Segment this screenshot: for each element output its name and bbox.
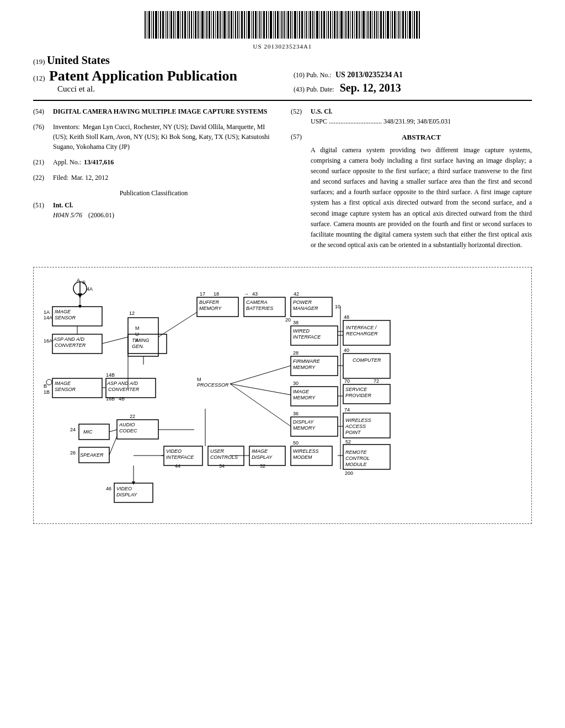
svg-text:1B: 1B <box>44 389 50 395</box>
svg-text:CONVERTER: CONVERTER <box>55 342 86 348</box>
patent-number-display: US 20130235234A1 <box>33 43 532 50</box>
abstract-text: A digital camera system providing two di… <box>311 145 532 251</box>
svg-text:18: 18 <box>214 291 219 297</box>
svg-rect-92 <box>348 11 349 39</box>
svg-text:SENSOR: SENSOR <box>55 315 76 320</box>
svg-text:1A: 1A <box>44 309 50 315</box>
svg-text:34: 34 <box>219 463 225 469</box>
svg-rect-78 <box>316 11 318 39</box>
pub-class-title: Publication Classification <box>33 188 274 198</box>
svg-rect-24 <box>198 11 199 39</box>
svg-text:74: 74 <box>344 407 350 413</box>
diagram-area: A IMAGE SENSOR 1A 14A ASP AND A/D CONVER… <box>33 267 532 524</box>
svg-rect-26 <box>201 11 204 39</box>
inventors-content: Inventors: Megan Lyn Cucci, Rochester, N… <box>53 122 274 152</box>
svg-rect-108 <box>383 11 384 39</box>
svg-text:AUDIO: AUDIO <box>119 422 135 427</box>
svg-rect-85 <box>332 11 333 39</box>
svg-rect-40 <box>233 11 234 39</box>
svg-rect-122 <box>414 11 415 39</box>
svg-rect-100 <box>366 11 366 39</box>
svg-rect-73 <box>306 11 307 39</box>
svg-text:SPEAKER: SPEAKER <box>80 452 104 458</box>
svg-text:FIRMWARE: FIRMWARE <box>293 358 321 364</box>
appl-num: (21) <box>33 157 49 167</box>
svg-rect-7 <box>160 11 161 39</box>
svg-rect-107 <box>380 11 382 39</box>
svg-text:26: 26 <box>70 450 76 456</box>
svg-line-246 <box>158 312 197 337</box>
svg-text:→: → <box>244 291 249 297</box>
abstract-num: (57) <box>291 132 306 250</box>
int-cl-label: Int. Cl. <box>53 200 274 210</box>
svg-text:42: 42 <box>294 291 299 297</box>
svg-rect-106 <box>379 11 379 39</box>
svg-line-253 <box>230 384 291 426</box>
svg-rect-59 <box>275 11 276 39</box>
inventors-list: Megan Lyn Cucci, Rochester, NY (US); Dav… <box>53 123 270 151</box>
svg-rect-4 <box>153 11 154 39</box>
svg-text:22: 22 <box>130 414 135 419</box>
svg-text:S: S <box>82 280 86 285</box>
svg-rect-70 <box>299 11 300 39</box>
pub-no-row: (10) Pub. No.: US 2013/0235234 A1 <box>294 71 532 79</box>
appl-section: (21) Appl. No.: 13/417,616 <box>33 157 274 167</box>
svg-rect-34 <box>220 11 221 39</box>
svg-text:43: 43 <box>252 291 258 297</box>
svg-rect-93 <box>350 11 351 39</box>
svg-rect-110 <box>387 11 389 39</box>
svg-text:24: 24 <box>70 427 76 432</box>
svg-text:MEMORY: MEMORY <box>293 395 316 400</box>
pub-date-value: Sep. 12, 2013 <box>340 82 401 94</box>
svg-rect-5 <box>155 11 157 39</box>
svg-rect-120 <box>409 11 411 39</box>
uspc-value: USPC ................................ 34… <box>311 116 532 126</box>
svg-rect-35 <box>222 11 222 39</box>
svg-rect-84 <box>330 11 331 39</box>
svg-rect-88 <box>339 11 339 39</box>
appl-value: 13/417,616 <box>84 158 114 166</box>
svg-text:50: 50 <box>293 440 299 446</box>
svg-text:72: 72 <box>374 378 379 384</box>
inventors-num: (76) <box>33 122 49 152</box>
svg-text:IMAGE: IMAGE <box>55 381 71 386</box>
svg-text:CONTROL: CONTROL <box>345 456 370 461</box>
svg-rect-114 <box>397 11 397 39</box>
inventors-label: Inventors: <box>53 123 80 131</box>
svg-text:MEMORY: MEMORY <box>199 306 222 311</box>
title-section: (54) DIGITAL CAMERA HAVING MULTIPLE IMAG… <box>33 106 274 116</box>
svg-text:20: 20 <box>285 317 291 323</box>
svg-text:28: 28 <box>293 350 299 356</box>
svg-text:POINT: POINT <box>345 430 361 435</box>
svg-text:ASP AND A/D: ASP AND A/D <box>106 381 138 386</box>
svg-rect-43 <box>239 11 240 39</box>
svg-rect-11 <box>169 11 169 39</box>
svg-rect-105 <box>376 11 377 39</box>
svg-rect-104 <box>374 11 375 39</box>
svg-rect-94 <box>352 11 353 39</box>
svg-rect-116 <box>401 11 401 39</box>
svg-rect-82 <box>326 11 327 39</box>
inventors-line: Cucci et al. <box>57 84 271 94</box>
svg-text:MEMORY: MEMORY <box>293 365 316 370</box>
svg-rect-33 <box>217 11 218 39</box>
svg-text:MODULE: MODULE <box>345 462 367 467</box>
svg-rect-98 <box>361 11 361 39</box>
svg-rect-52 <box>259 11 260 39</box>
svg-rect-16 <box>180 11 181 39</box>
svg-rect-69 <box>297 11 298 39</box>
svg-text:CONVERTER: CONVERTER <box>108 387 140 392</box>
title-num: (54) <box>33 106 49 116</box>
svg-rect-111 <box>390 11 391 39</box>
svg-rect-56 <box>268 11 269 39</box>
svg-text:M: M <box>135 325 140 331</box>
svg-rect-48 <box>251 11 252 39</box>
svg-rect-46 <box>246 11 247 39</box>
svg-rect-41 <box>235 11 236 39</box>
uspc-section: (52) U.S. Cl. USPC .....................… <box>291 106 532 126</box>
svg-rect-86 <box>334 11 335 39</box>
svg-rect-29 <box>209 11 210 39</box>
svg-text:PROVIDER: PROVIDER <box>345 393 372 398</box>
svg-rect-61 <box>280 11 280 39</box>
svg-rect-3 <box>151 11 152 39</box>
